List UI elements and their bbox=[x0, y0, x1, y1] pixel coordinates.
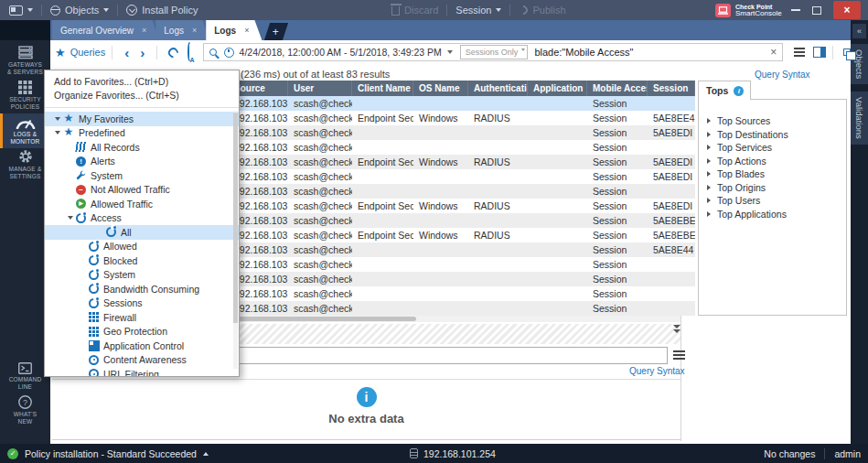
tab-tops[interactable]: Tops i bbox=[698, 81, 751, 100]
query-tree-item-blocked[interactable]: Blocked bbox=[45, 253, 239, 268]
collapse-panel-button[interactable]: « bbox=[852, 24, 866, 38]
scrollbar-thumb[interactable] bbox=[233, 113, 238, 323]
tops-item-top-destinations[interactable]: Top Destinations bbox=[699, 128, 846, 142]
search-query-text[interactable]: blade:"Mobile Access" bbox=[534, 47, 633, 58]
column-header-os-name[interactable]: OS Name bbox=[413, 81, 468, 96]
query-tree-item-application-control[interactable]: Application Control bbox=[45, 339, 239, 353]
query-tree-item-predefined[interactable]: ★Predefined bbox=[45, 126, 239, 141]
query-tree-item-firewall[interactable]: Firewall bbox=[45, 310, 239, 325]
objects-caret-icon[interactable] bbox=[103, 8, 109, 12]
discard-button[interactable]: Discard bbox=[404, 5, 438, 16]
tab-close-icon[interactable]: × bbox=[244, 26, 249, 35]
queries-star-icon[interactable]: ★ bbox=[55, 46, 66, 59]
menu-icon[interactable] bbox=[673, 354, 685, 356]
query-tree-item-access[interactable]: Access bbox=[45, 211, 239, 226]
sidebar-item-gateways-servers[interactable]: GATEWAYS& SERVERS bbox=[0, 44, 50, 79]
query-tree-item-allowed-traffic[interactable]: ▶Allowed Traffic bbox=[45, 197, 239, 211]
sidebar-item-manage-settings[interactable]: MANAGE &SETTINGS bbox=[0, 148, 50, 183]
side-tab-objects[interactable]: Objects bbox=[851, 44, 868, 84]
column-header-user[interactable]: User bbox=[288, 81, 352, 96]
sidebar-item-logs-monitor[interactable]: LOGS &MONITOR bbox=[0, 113, 50, 148]
column-header-authenticatio[interactable]: Authenticatio... bbox=[468, 81, 528, 96]
objects-menu[interactable]: Objects bbox=[65, 5, 99, 16]
tab-logs-2[interactable]: Logs× bbox=[206, 20, 262, 40]
column-header-session[interactable]: Session bbox=[648, 81, 695, 96]
alert-icon: ! bbox=[76, 156, 86, 167]
info-icon[interactable]: i bbox=[734, 86, 744, 96]
menu-item-add-to-favorites[interactable]: Add to Favorites... (Ctrl+D) bbox=[45, 75, 239, 89]
tops-item-top-users[interactable]: Top Users bbox=[699, 194, 846, 208]
expander-icon[interactable] bbox=[52, 131, 63, 135]
tab-close-icon[interactable]: × bbox=[142, 26, 146, 35]
server-ip[interactable]: 192.168.101.254 bbox=[423, 448, 496, 459]
tops-item-top-origins[interactable]: Top Origins bbox=[699, 181, 846, 195]
clear-search-icon[interactable]: × bbox=[770, 46, 777, 59]
app-menu-icon[interactable] bbox=[9, 5, 23, 16]
sidebar-item-command-line[interactable]: COMMANDLINE bbox=[0, 359, 50, 393]
tab-logs-1[interactable]: Logs× bbox=[155, 20, 209, 40]
column-header-mobile-access[interactable]: Mobile Access... bbox=[587, 81, 648, 96]
menu-item-organize-favorites[interactable]: Organize Favorites... (Ctrl+S) bbox=[45, 89, 239, 102]
open-in-window-icon[interactable] bbox=[843, 48, 852, 56]
query-tree-item-alerts[interactable]: !Alerts bbox=[45, 155, 239, 169]
query-tree-item-system[interactable]: System bbox=[45, 268, 239, 283]
query-tree-item-bandwidth-consuming[interactable]: Bandwidth Consuming bbox=[45, 282, 239, 296]
publish-button[interactable]: Publish bbox=[532, 5, 565, 16]
logged-in-user[interactable]: admin bbox=[834, 448, 861, 459]
tops-item-top-blades[interactable]: Top Blades bbox=[699, 167, 846, 181]
query-tree-item-my-favorites[interactable]: ★My Favorites bbox=[45, 112, 239, 126]
dropdown-scrollbar[interactable] bbox=[233, 111, 238, 369]
tab-close-icon[interactable]: × bbox=[192, 26, 197, 35]
side-tab-validations[interactable]: Validations bbox=[851, 92, 868, 145]
tops-item-top-applications[interactable]: Top Applications bbox=[699, 208, 846, 221]
forward-button[interactable]: › bbox=[134, 46, 150, 59]
query-tree-item-system[interactable]: System bbox=[45, 168, 239, 183]
expander-icon[interactable] bbox=[65, 216, 76, 220]
date-range-value[interactable]: 4/24/2018, 12:00:00 AM - 5/1/2018, 3:49:… bbox=[240, 47, 442, 58]
expander-icon[interactable] bbox=[52, 117, 63, 121]
cell-authentication: RADIUS bbox=[468, 228, 528, 242]
query-syntax-link[interactable]: Query Syntax bbox=[755, 70, 810, 80]
new-tab-button[interactable]: + bbox=[264, 23, 288, 40]
access-icon bbox=[106, 227, 116, 237]
query-tree-item-all[interactable]: All bbox=[45, 225, 239, 240]
install-policy-button[interactable]: Install Policy bbox=[142, 5, 198, 16]
query-tree-item-url-filtering[interactable]: URL Filtering bbox=[45, 367, 239, 377]
date-range-caret-icon[interactable] bbox=[447, 50, 453, 54]
tops-item-top-sources[interactable]: Top Sources bbox=[699, 114, 846, 128]
menu-icon[interactable] bbox=[794, 51, 805, 53]
tops-item-top-actions[interactable]: Top Actions bbox=[699, 155, 846, 168]
app-menu-caret-icon[interactable] bbox=[27, 8, 33, 12]
tops-item-top-services[interactable]: Top Services bbox=[699, 141, 846, 155]
log-search-field[interactable]: 4/24/2018, 12:00:00 AM - 5/1/2018, 3:49:… bbox=[203, 43, 784, 61]
query-tree-item-not-allowed-traffic[interactable]: −Not Allowed Traffic bbox=[45, 183, 239, 198]
toggle-panel-icon[interactable] bbox=[813, 47, 825, 58]
query-tree-item-content-awareness[interactable]: Content Awareness bbox=[45, 353, 239, 368]
query-tree-item-allowed[interactable]: Allowed bbox=[45, 240, 239, 254]
auto-refresh-icon[interactable]: A bbox=[188, 44, 191, 60]
query-tree-item-geo-protection[interactable]: Geo Protection bbox=[45, 325, 239, 339]
sidebar-item-security-policies[interactable]: SECURITYPOLICIES bbox=[0, 79, 50, 113]
query-tree-item-sessions[interactable]: Sessions bbox=[45, 296, 239, 311]
tab-general-overview-0[interactable]: General Overview× bbox=[52, 20, 159, 40]
cell-user: scash@checkpo... bbox=[288, 257, 352, 272]
queries-button[interactable]: Queries bbox=[70, 47, 106, 58]
query-tree-item-label: Sessions bbox=[103, 297, 143, 308]
query-syntax-link[interactable]: Query Syntax bbox=[629, 366, 685, 376]
refresh-icon[interactable] bbox=[166, 45, 180, 59]
maximize-button[interactable] bbox=[812, 6, 821, 15]
back-button[interactable]: ‹ bbox=[119, 46, 134, 59]
column-header-application[interactable]: Application bbox=[528, 81, 587, 96]
minimize-button[interactable] bbox=[791, 9, 800, 11]
session-menu[interactable]: Session bbox=[455, 5, 491, 16]
scope-selector[interactable]: Sessions Only bbox=[460, 45, 529, 59]
policy-status[interactable]: Policy installation - Standard Succeeded bbox=[25, 448, 197, 459]
query-tree-item-all-records[interactable]: All Records bbox=[45, 140, 239, 155]
close-button[interactable]: × bbox=[833, 1, 861, 19]
cell-os_name bbox=[413, 96, 468, 111]
column-header-client-name[interactable]: Client Name bbox=[352, 81, 413, 96]
policy-status-caret-icon[interactable] bbox=[203, 452, 209, 456]
query-tree-item-label: Blocked bbox=[103, 255, 137, 266]
session-caret-icon[interactable] bbox=[496, 8, 501, 12]
sidebar-item-whats-new[interactable]: ?WHAT'SNEW bbox=[0, 393, 50, 428]
